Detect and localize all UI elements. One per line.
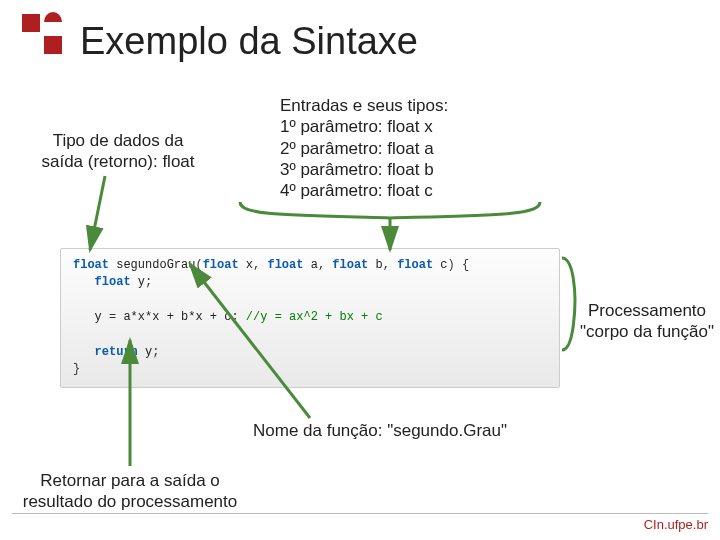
footer-divider (12, 513, 708, 514)
code-param: c (440, 258, 447, 272)
code-keyword: return (95, 345, 138, 359)
annotation-return-type: Tipo de dados da saída (retorno): float (28, 130, 208, 173)
annotation-function-name: Nome da função: "segundo.Grau" (230, 420, 530, 441)
slide-title: Exemplo da Sintaxe (80, 20, 418, 63)
logo (22, 14, 64, 56)
code-keyword: float (203, 258, 239, 272)
code-param: x (246, 258, 253, 272)
code-keyword: float (267, 258, 303, 272)
annotation-line: "corpo da função" (572, 321, 720, 342)
code-param: b (376, 258, 383, 272)
annotation-line: Retornar para a saída o (20, 470, 240, 491)
annotation-line: saída (retorno): float (28, 151, 208, 172)
code-keyword: float (332, 258, 368, 272)
annotation-line: 4º parâmetro: float c (280, 180, 500, 201)
annotation-line: Entradas e seus tipos: (280, 95, 500, 116)
annotation-line: Tipo de dados da (28, 130, 208, 151)
code-var: y (138, 275, 145, 289)
annotation-body: Processamento "corpo da função" (572, 300, 720, 343)
code-expr: a*x*x + b*x + c (123, 310, 231, 324)
code-lhs: y (95, 310, 102, 324)
annotation-line: resultado do processamento (20, 491, 240, 512)
code-return-val: y (145, 345, 152, 359)
code-keyword: float (95, 275, 131, 289)
code-block: float segundoGrau(float x, float a, floa… (60, 248, 560, 388)
code-comment: //y = ax^2 + bx + c (246, 310, 383, 324)
annotation-line: 1º parâmetro: float x (280, 116, 500, 137)
annotation-line: 2º parâmetro: float a (280, 138, 500, 159)
footer-text: CIn.ufpe.br (644, 517, 708, 532)
code-keyword: float (73, 258, 109, 272)
annotation-parameters: Entradas e seus tipos: 1º parâmetro: flo… (280, 95, 500, 201)
annotation-return-statement: Retornar para a saída o resultado do pro… (20, 470, 240, 513)
code-keyword: float (397, 258, 433, 272)
annotation-line: Processamento (572, 300, 720, 321)
annotation-line: 3º parâmetro: float b (280, 159, 500, 180)
code-fn-name: segundoGrau (116, 258, 195, 272)
code-param: a (311, 258, 318, 272)
svg-line-0 (90, 176, 105, 250)
